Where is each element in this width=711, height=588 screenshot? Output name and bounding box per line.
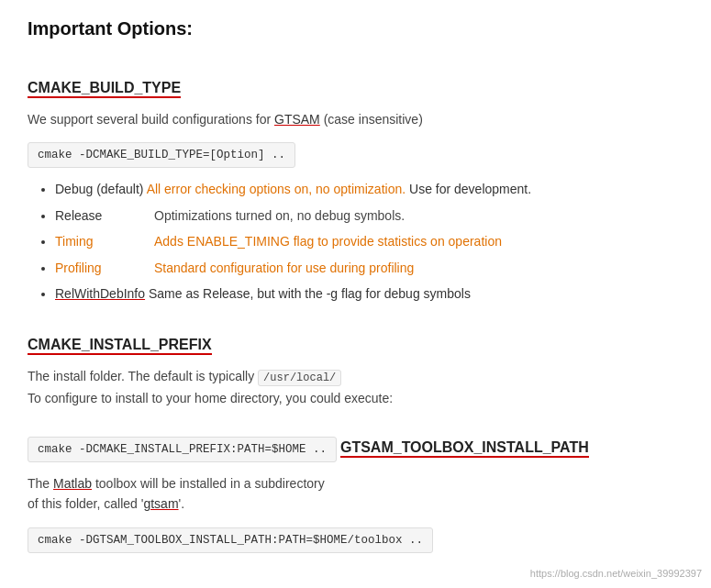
watermark: https://blog.csdn.net/weixin_39992397 — [530, 568, 702, 579]
desc-after: (case insensitive) — [320, 112, 423, 127]
list-item: RelWithDebInfo Same as Release, but with… — [55, 283, 683, 304]
option-name-release: Release — [55, 205, 147, 226]
cmake-build-type-heading: CMAKE_BUILD_TYPE — [28, 80, 181, 98]
option-desc-debug-plain: Use for development. — [405, 182, 531, 196]
cmake-build-type-code: cmake -DCMAKE_BUILD_TYPE=[Option] .. — [28, 142, 295, 168]
desc-before: We support several build configurations … — [28, 112, 274, 127]
option-name-profiling: Profiling — [55, 258, 147, 278]
list-item: Debug (default) All error checking optio… — [55, 179, 683, 199]
list-item: ProfilingStandard configuration for use … — [55, 258, 683, 278]
option-desc-relwithdebinfo: Same as Release, but with the -g flag fo… — [145, 286, 471, 301]
cmake-install-prefix-code: cmake -DCMAKE_INSTALL_PREFIX:PATH=$HOME … — [28, 437, 337, 462]
gtsam-toolbox-description: The Matlab toolbox will be installed in … — [28, 473, 683, 515]
toolbox-desc-end: '. — [179, 496, 185, 511]
install-desc-line1-before: The install folder. The default is typic… — [28, 369, 258, 383]
option-desc-profiling: Standard configuration for use during pr… — [154, 261, 414, 275]
toolbox-desc-folder: of this folder, called ' — [28, 496, 143, 511]
gtsam-folder-link[interactable]: gtsam — [143, 496, 178, 511]
build-options-list: Debug (default) All error checking optio… — [28, 179, 683, 304]
cmake-install-prefix-description: The install folder. The default is typic… — [28, 366, 683, 408]
install-desc-line2: To configure to install to your home dir… — [28, 391, 393, 405]
option-name-timing: Timing — [55, 231, 147, 251]
matlab-link[interactable]: Matlab — [53, 476, 92, 491]
inline-code-usr-local: /usr/local/ — [258, 370, 341, 386]
option-desc-release: Optimizations turned on, no debug symbol… — [154, 208, 405, 223]
cmake-build-type-description: We support several build configurations … — [28, 109, 683, 129]
toolbox-desc-middle: toolbox will be installed in a subdirect… — [92, 476, 325, 491]
list-item: ReleaseOptimizations turned on, no debug… — [55, 205, 683, 226]
option-name-debug: Debug (default) — [55, 182, 144, 196]
list-item: TimingAdds ENABLE_TIMING flag to provide… — [55, 231, 683, 251]
gtsam-toolbox-code: cmake -DGTSAM_TOOLBOX_INSTALL_PATH:PATH=… — [28, 527, 433, 553]
option-desc-debug-orange: All error checking options on, no optimi… — [144, 182, 406, 196]
gtsam-link[interactable]: GTSAM — [274, 112, 320, 127]
page-title: Important Options: — [28, 18, 683, 39]
cmake-install-prefix-heading: CMAKE_INSTALL_PREFIX — [28, 337, 212, 355]
option-name-relwithdebinfo[interactable]: RelWithDebInfo — [55, 286, 145, 301]
toolbox-desc-before: The — [28, 476, 53, 491]
option-desc-timing: Adds ENABLE_TIMING flag to provide stati… — [154, 234, 502, 249]
gtsam-toolbox-heading: GTSAM_TOOLBOX_INSTALL_PATH — [340, 439, 589, 458]
